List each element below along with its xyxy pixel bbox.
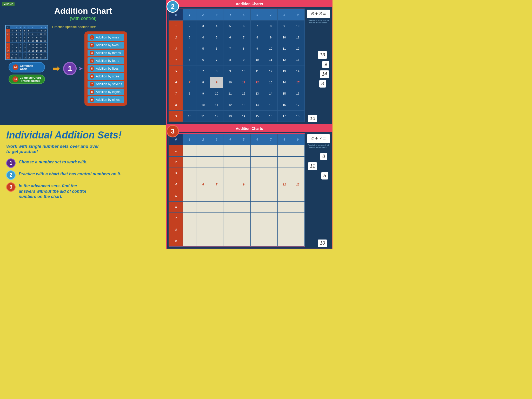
- steps-list: 1 Choose a number set to work with. 2 Pr…: [6, 158, 160, 200]
- top-right-chart: 0 1 2 3 4 5 6 7 8 9 1 2345678910: [169, 9, 305, 122]
- set-item-6[interactable]: 6 Addition by sixes: [88, 73, 124, 80]
- bottom-right-panel: 3 Addition Charts 0 1 2 3 4 5 6 7 8 9: [166, 125, 332, 249]
- top-left-panel: ◀ HOME Addition Chart (with control) 0 1…: [0, 0, 166, 125]
- step-circle-3: 3: [6, 182, 16, 192]
- complete-chart-button[interactable]: 1-9 Complete Chart: [9, 62, 45, 72]
- sub-title: (with control): [70, 16, 96, 21]
- home-button[interactable]: ◀ HOME: [2, 2, 15, 6]
- set-item-1[interactable]: 1 Addition by ones: [88, 34, 124, 41]
- bottom-right-header: Addition Charts: [167, 125, 332, 132]
- mini-chart: 0 1 2 3 4 5 6 7 8 9 1234567: [5, 25, 48, 60]
- bottom-answer-11[interactable]: 11: [308, 162, 317, 170]
- complete-chart-intermediate-button[interactable]: 1-9 Complete Chart(intermediate): [9, 75, 45, 84]
- step-item-3: 3 In the advanced sets, find theanswers …: [6, 182, 160, 200]
- set-item-2[interactable]: 2 Addition by twos: [88, 42, 124, 49]
- arrow-section: ➡ 1 ➤ 1 Addition by ones 2 Addition by t…: [52, 31, 127, 106]
- intermediate-chart-label: Complete Chart(intermediate): [20, 76, 41, 82]
- set-item-8[interactable]: 8 Addition by eights: [88, 89, 124, 95]
- main-title: Addition Chart: [54, 6, 112, 16]
- description: Work with single number sets over and ov…: [6, 144, 160, 154]
- top-right-body: 0 1 2 3 4 5 6 7 8 9 1 2345678910: [167, 7, 332, 124]
- home-label: HOME: [6, 3, 13, 5]
- step1-circle: 1: [63, 62, 77, 75]
- step-text-1: Choose a number set to work with.: [19, 158, 88, 165]
- top-right-side: 6 + 3 = Touch the number that solves the…: [307, 9, 330, 122]
- set-item-4[interactable]: 4 Addition by fours: [88, 57, 124, 64]
- step-circle-1: 1: [6, 158, 16, 168]
- step-circle-2: 2: [6, 170, 16, 180]
- touch-hint: Touch the number that solves the equatio…: [307, 19, 330, 24]
- bottom-answer-8[interactable]: 8: [320, 153, 327, 160]
- answer-13[interactable]: 13: [318, 51, 327, 59]
- right-section: Practice specific addition sets: ➡ 1 ➤ 1…: [52, 25, 127, 106]
- number-set-list: 1 Addition by ones 2 Addition by twos 3 …: [84, 31, 127, 106]
- bottom-answer-10[interactable]: 10: [318, 240, 327, 247]
- bottom-touch-hint: Touch the number that solves the equatio…: [307, 144, 330, 149]
- equation-display: 6 + 3 =: [307, 10, 330, 18]
- practice-label: Practice specific addition sets:: [52, 25, 127, 29]
- top-right-header: Addition Charts: [167, 1, 332, 7]
- step-item-1: 1 Choose a number set to work with.: [6, 158, 160, 168]
- mini-chart-section: 0 1 2 3 4 5 6 7 8 9 1234567: [5, 25, 48, 84]
- panel-badge-2: 2: [167, 0, 179, 13]
- arrow-icon: ➡: [52, 63, 60, 74]
- complete-chart-label: Complete Chart: [20, 64, 41, 70]
- set-item-3[interactable]: 3 Addition by threes: [88, 50, 124, 56]
- set-item-9[interactable]: 9 Addition by nines: [88, 96, 124, 103]
- home-arrow-icon: ◀: [4, 3, 5, 5]
- big-title: Individual Addition Sets!: [6, 130, 160, 141]
- answer-8[interactable]: 8: [319, 80, 326, 88]
- panel-badge-3: 3: [167, 125, 179, 137]
- bottom-answer-5[interactable]: 5: [321, 172, 328, 179]
- bottom-right-side: 4 + 7 = Touch the number that solves the…: [307, 133, 330, 247]
- bottom-left-panel: Individual Addition Sets! Work with sing…: [0, 125, 166, 249]
- answer-9[interactable]: 9: [322, 61, 329, 68]
- answer-14[interactable]: 14: [320, 70, 329, 78]
- bottom-right-chart: 0 1 2 3 4 5 6 7 8 9 1: [169, 133, 305, 247]
- step-item-2: 2 Practice with a chart that has control…: [6, 170, 160, 180]
- top-right-panel: 2 Addition Charts 0 1 2 3 4 5 6 7 8 9: [166, 0, 332, 125]
- set-item-5[interactable]: 5 Addition by fives: [88, 65, 124, 72]
- complete-chart-badge: 1-9: [13, 64, 18, 70]
- answer-10[interactable]: 10: [308, 115, 317, 122]
- bottom-equation-display: 4 + 7 =: [307, 134, 330, 143]
- step-text-3: In the advanced sets, find theanswers wi…: [19, 182, 86, 200]
- step1-arrow-icon: ➤: [78, 65, 83, 72]
- top-left-content: 0 1 2 3 4 5 6 7 8 9 1234567: [5, 25, 161, 106]
- intermediate-chart-badge: 1-9: [12, 76, 18, 82]
- set-item-7[interactable]: 7 Addition by sevens: [88, 81, 124, 88]
- bottom-right-body: 0 1 2 3 4 5 6 7 8 9 1: [167, 132, 332, 249]
- step-text-2: Practice with a chart that has control n…: [19, 170, 121, 177]
